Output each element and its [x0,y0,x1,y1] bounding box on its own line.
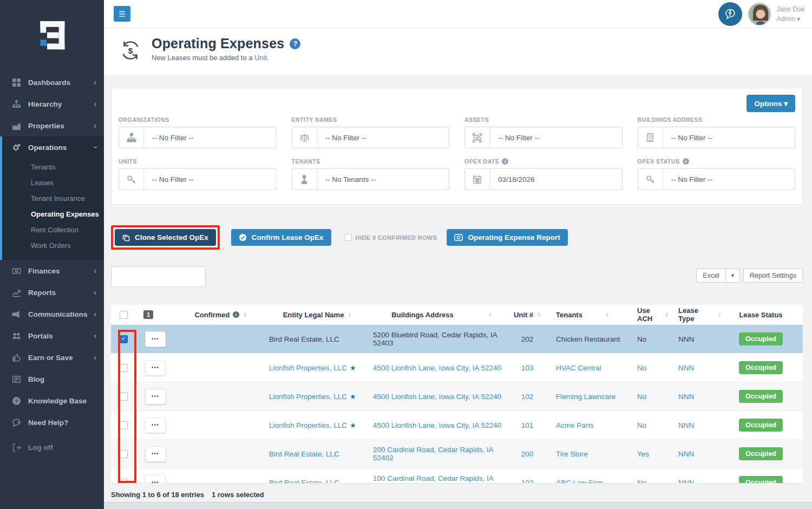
sort-icon[interactable]: ▲▼ [665,312,669,317]
operating-expense-report-button[interactable]: Operating Expense Report [447,229,567,246]
sidebar-item-communications[interactable]: Communications ‹ [0,303,104,325]
unit-link[interactable]: 200 [521,450,534,458]
opex-status-select[interactable]: -- No Filter -- [638,168,796,190]
sort-icon[interactable]: ▲▼ [244,312,247,317]
row-checkbox[interactable] [120,364,128,372]
row-actions-button[interactable]: ••• [145,360,166,376]
column-header-use-ach[interactable]: Use ACH ▲▼ [624,306,669,323]
sidebar-item-knowledge-base[interactable]: ? Knowledge Base [0,390,104,412]
lease-type-link[interactable]: NNN [678,479,694,484]
tenants-select[interactable]: -- No Tenants -- [292,168,450,190]
tenant-link[interactable]: Tire Store [556,450,588,458]
row-checkbox[interactable] [120,335,128,343]
table-row[interactable]: ••• Lionfish Properties, LLC★ 4500 Lionf… [111,382,803,410]
unit-link[interactable]: Unit [254,54,267,62]
units-select[interactable]: -- No Filter -- [119,168,277,190]
lease-type-link[interactable]: NNN [678,393,694,401]
lease-type-link[interactable]: NNN [678,450,694,458]
user-avatar[interactable] [748,2,771,26]
entity-link[interactable]: Bird Real Estate, LLC [269,335,339,343]
sidebar-item-log-off[interactable]: Log off [0,436,104,458]
table-row[interactable]: ••• Bird Real Estate, LLC 5200 Bluebird … [111,324,803,353]
entity-link[interactable]: Bird Real Estate, LLC [269,450,339,458]
info-icon[interactable]: i [233,311,239,318]
row-actions-button[interactable]: ••• [145,389,166,404]
use-ach-link[interactable]: No [637,364,646,372]
column-header-entity-legal-name[interactable]: Entity Legal Name ▲▼ [267,311,365,319]
confirm-lease-opex-button[interactable]: Confirm Lease OpEx [231,229,331,246]
entity-link[interactable]: Lionfish Properties, LLC★ [269,393,356,401]
feedback-button[interactable] [718,2,742,26]
sidebar-item-dashboards[interactable]: Dashboards ‹ [0,71,104,93]
opex-date-input[interactable]: 03/18/2026 [464,168,623,190]
sidebar-item-tenant-insurance[interactable]: Tenant Insurance [2,191,104,206]
address-link[interactable]: 100 Cardinal Road, Cedar Rapids, IA 5240… [373,474,493,484]
table-row[interactable]: ••• Lionfish Properties, LLC★ 4500 Lionf… [111,410,803,439]
user-menu[interactable]: Jane Doe Admin ▾ [777,4,804,24]
unit-link[interactable]: 202 [521,335,534,343]
table-row[interactable]: ••• Bird Real Estate, LLC 100 Cardinal R… [111,468,803,484]
tenant-link[interactable]: HVAC Central [556,364,601,372]
help-icon[interactable]: ? [290,38,300,49]
sidebar-item-tenants[interactable]: Tenants [2,159,104,175]
column-header-lease-type[interactable]: Lease Type ▲▼ [669,306,722,323]
address-link[interactable]: 4500 Lionfish Lane, Iowa City, IA 52240 [373,421,501,429]
row-actions-button[interactable]: ••• [145,446,166,462]
column-header-unit[interactable]: Unit # ▲▼ [510,311,544,319]
use-ach-link[interactable]: No [637,421,646,429]
table-search-input[interactable] [111,266,206,287]
tenant-link[interactable]: Chicken Restaurant [556,335,620,343]
tenant-link[interactable]: Acme Parts [556,421,594,429]
sidebar-item-hierarchy[interactable]: Hierarchy ‹ [0,93,104,115]
options-button[interactable]: Options ▾ [746,95,795,112]
sidebar-item-rent-collection[interactable]: Rent Collection [2,222,104,238]
unit-link[interactable]: 101 [521,421,534,429]
assets-select[interactable]: -- No Filter -- [464,127,623,148]
sort-icon[interactable]: ▲▼ [488,312,492,317]
tenant-link[interactable]: Fleming Lawncare [556,393,615,401]
use-ach-link[interactable]: Yes [637,450,649,458]
table-row[interactable]: ••• Bird Real Estate, LLC 200 Cardinal R… [111,439,803,468]
report-settings-button[interactable]: Report Settings [743,269,803,283]
sidebar-item-reports[interactable]: Reports ‹ [0,282,104,303]
row-checkbox[interactable] [120,450,128,458]
lease-type-link[interactable]: NNN [678,421,694,429]
sidebar-item-earn-or-save[interactable]: Earn or Save ‹ [0,347,104,368]
sidebar-item-properties[interactable]: Properties ‹ [0,115,104,136]
select-all-checkbox[interactable] [120,311,128,319]
row-checkbox[interactable] [120,421,128,429]
lease-type-link[interactable]: NNN [678,364,694,372]
excel-caret-button[interactable]: ▼ [726,269,740,283]
sort-icon[interactable]: ▲▼ [537,312,541,317]
organizations-select[interactable]: -- No Filter -- [119,127,277,148]
column-header-lease-status[interactable]: Lease Status [722,311,800,319]
entity-link[interactable]: Lionfish Properties, LLC★ [269,421,356,429]
use-ach-link[interactable]: No [637,335,646,343]
buildings-address-select[interactable]: -- No Filter -- [638,127,796,148]
entity-link[interactable]: Lionfish Properties, LLC★ [269,364,356,372]
menu-toggle-button[interactable]: ☰ [114,6,130,22]
sidebar-item-portals[interactable]: Portals ‹ [0,325,104,347]
column-header-buildings-address[interactable]: Buildings Address ▲▼ [365,311,510,319]
app-logo[interactable] [0,0,104,71]
address-link[interactable]: 5200 Bluebird Road, Cedar Rapids, IA 524… [373,331,497,347]
sort-icon[interactable]: ▲▼ [605,312,609,317]
sidebar-item-operating-expenses[interactable]: Operating Expenses [2,206,104,222]
info-icon[interactable]: i [683,158,689,165]
row-actions-button[interactable]: ••• [145,331,166,347]
clone-selected-opex-button[interactable]: Clone Selected OpEx [115,229,216,246]
column-header-confirmed[interactable]: Confirmed i ▲▼ [175,311,267,319]
unit-link[interactable]: 103 [521,364,534,372]
address-link[interactable]: 4500 Lionfish Lane, Iowa City, IA 52240 [373,364,501,372]
unit-link[interactable]: 102 [521,479,534,484]
sidebar-item-operations[interactable]: Operations ‹ [2,136,104,158]
row-checkbox[interactable] [120,479,128,484]
address-link[interactable]: 200 Cardinal Road, Cedar Rapids, IA 5240… [373,446,493,462]
table-row[interactable]: ••• Lionfish Properties, LLC★ 4500 Lionf… [111,353,803,382]
sidebar-item-work-orders[interactable]: Work Orders [2,238,104,253]
row-actions-button[interactable]: ••• [145,475,166,484]
entity-names-select[interactable]: -- No Filter -- [292,127,450,148]
sidebar-item-blog[interactable]: Blog [0,368,104,390]
column-header-tenants[interactable]: Tenants ▲▼ [544,311,624,319]
lease-type-link[interactable]: NNN [678,335,694,343]
